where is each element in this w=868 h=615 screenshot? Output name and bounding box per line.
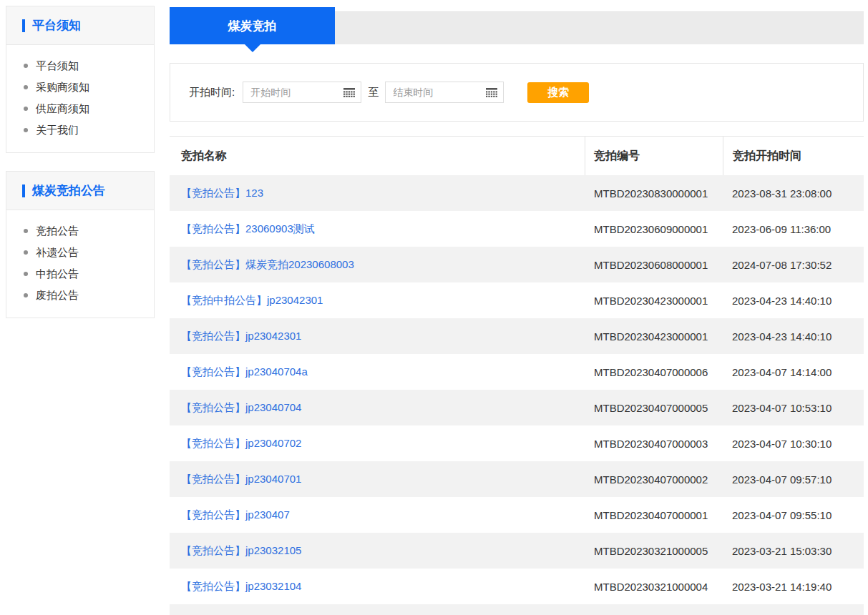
panel-title: 煤炭竞拍公告 [32,182,105,199]
auction-link[interactable]: 【竞拍公告】jp23040701 [181,473,301,485]
auction-link[interactable]: 【竞拍公告】jp23040704 [181,401,301,413]
accent-bar-icon [22,19,25,32]
tab-label: 煤炭竞拍 [228,18,277,34]
auction-code-cell: MTBD20230830000001 [585,187,723,200]
auction-time-cell: 2023-04-07 10:30:10 [723,438,864,450]
search-panel: 开拍时间: 至 [170,63,864,122]
auction-link[interactable]: 【竞拍公告】jp230407 [181,508,290,521]
auction-link[interactable]: 【竞拍公告】jp23040702 [181,437,301,449]
table-row: 【竞拍公告】jp23040702 MTBD20230407000003 2023… [170,425,864,461]
table-row: 【竞拍公告】jp23032105 MTBD20230321000005 2023… [170,533,864,569]
sidebar-item-supplier-notice[interactable]: 供应商须知 [6,98,154,119]
panel-header: 平台须知 [6,6,154,45]
auction-code-cell: MTBD20230407000005 [585,402,723,414]
auction-link[interactable]: 【竞拍公告】123 [181,187,263,199]
auction-name-cell: 【竞拍公告】jp23040701 [170,473,585,486]
sidebar-item-auction-announcement[interactable]: 竞拍公告 [6,220,154,242]
start-time-label: 开拍时间: [189,86,235,99]
panel-title: 平台须知 [32,17,81,34]
sidebar-item-platform-notice[interactable]: 平台须知 [6,55,154,77]
auction-time-cell: 2023-04-07 09:55:10 [723,509,864,521]
sidebar-item-label: 平台须知 [36,59,79,73]
auction-name-cell: 【竞拍公告】jp23040702 [170,437,585,451]
table-row: 【竞拍公告】jp230407 MTBD20230407000001 2023-0… [170,497,864,533]
table-row: 【竞拍公告】煤炭竞拍20230608003 MTBD20230608000001… [170,247,864,282]
auction-name-cell: 【竞拍公告】123 [170,187,585,200]
start-date-wrap [243,82,361,103]
auction-time-cell: 2023-04-07 10:53:10 [723,402,864,414]
auction-code-cell: MTBD20230407000003 [585,438,723,450]
table-row: 【竞拍公告】jp23040704a MTBD20230407000006 202… [170,354,864,390]
auction-code-cell: MTBD20230407000006 [585,366,723,378]
panel-list: 平台须知 采购商须知 供应商须知 关于我们 [6,45,154,152]
auction-time-cell: 2023-04-23 14:40:10 [723,330,864,343]
calendar-icon[interactable] [343,88,355,97]
tab-pointer-icon [245,44,260,52]
auction-code-cell: MTBD20230609000001 [585,223,723,235]
search-button[interactable]: 搜索 [527,82,589,103]
auction-code-cell: MTBD20230407000001 [585,509,723,521]
sidebar-panel-platform-notice: 平台须知 平台须知 采购商须知 供应商须知 关于我们 [6,6,155,153]
panel-header: 煤炭竞拍公告 [6,172,154,210]
auction-name-cell: 【竞拍公告】jp23042301 [170,330,585,343]
sidebar-item-label: 关于我们 [36,124,79,137]
auction-time-cell: 2023-08-31 23:08:00 [723,187,864,200]
bullet-icon [24,293,28,297]
auction-name-cell: 【竞拍公告】jp230407 [170,508,585,522]
bullet-icon [24,85,28,89]
auction-link[interactable]: 【竞拍公告】jp23042301 [181,330,301,342]
table-row: 【竞拍公告】jp23032104 MTBD20230321000004 2023… [170,569,864,604]
table-row: 【竞拍中拍公告】jp23042301 MTBD20230423000001 20… [170,282,864,318]
column-header-time: 竞拍开拍时间 [723,137,864,175]
auction-time-cell: 2023-06-09 11:36:00 [723,223,864,235]
sidebar-item-label: 竞拍公告 [36,225,79,238]
auction-time-cell: 2023-04-07 09:57:10 [723,473,864,486]
sidebar-item-buyer-notice[interactable]: 采购商须知 [6,77,154,98]
auction-time-cell: 2024-07-08 17:30:52 [723,259,864,271]
calendar-icon[interactable] [486,88,497,97]
auction-link[interactable]: 【竞拍公告】jp23032105 [181,544,301,556]
sidebar-item-addendum-announcement[interactable]: 补遗公告 [6,242,154,263]
auction-name-cell: 【竞拍公告】jp23040704 [170,401,585,415]
to-label: 至 [368,86,379,99]
bullet-icon [24,229,28,233]
sidebar-panel-coal-auction-announcements: 煤炭竞拍公告 竞拍公告 补遗公告 中拍公告 废拍公告 [6,171,155,318]
auction-link[interactable]: 【竞拍公告】23060903测试 [181,222,315,235]
sidebar-item-label: 补遗公告 [36,246,79,260]
tab-bar: 煤炭竞拍 [170,7,864,44]
accent-bar-icon [22,184,25,197]
auction-link[interactable]: 【竞拍中拍公告】jp23042301 [181,294,323,306]
tab-coal-auction[interactable]: 煤炭竞拍 [170,7,335,44]
auction-name-cell: 【竞拍公告】jp23040704a [170,365,585,379]
auction-link[interactable]: 【竞拍公告】jp23032104 [181,580,301,592]
sidebar-item-label: 废拍公告 [36,289,79,302]
sidebar: 平台须知 平台须知 采购商须知 供应商须知 关于我们 煤炭竞拍公告 [6,6,155,336]
auction-time-cell: 2023-03-21 15:03:30 [723,545,864,557]
bullet-icon [24,250,28,255]
column-header-code: 竞拍编号 [585,137,723,175]
auction-name-cell: 【竞拍公告】jp23032104 [170,580,585,594]
auction-link[interactable]: 【竞拍公告】jp23040704a [181,365,308,378]
auction-link[interactable]: 【竞拍公告】煤炭竞拍20230608003 [181,258,354,270]
end-date-wrap [385,82,504,103]
panel-list: 竞拍公告 补遗公告 中拍公告 废拍公告 [6,210,154,318]
auction-code-cell: MTBD20230423000001 [585,330,723,343]
auction-name-cell: 【竞拍公告】jp23032105 [170,544,585,558]
auction-time-cell: 2023-04-23 14:40:10 [723,295,864,307]
auction-name-cell: 【竞拍公告】23060903测试 [170,222,585,236]
auction-code-cell: MTBD20230608000001 [585,259,723,271]
bullet-icon [24,64,28,68]
table-row-partial [170,604,864,615]
auction-code-cell: MTBD20230423000001 [585,295,723,307]
sidebar-item-label: 采购商须知 [36,81,89,94]
auction-name-cell: 【竞拍中拍公告】jp23042301 [170,294,585,308]
sidebar-item-winning-announcement[interactable]: 中拍公告 [6,263,154,285]
column-header-name: 竞拍名称 [170,137,585,175]
bullet-icon [24,272,28,276]
sidebar-item-cancelled-announcement[interactable]: 废拍公告 [6,285,154,306]
table-row: 【竞拍公告】23060903测试 MTBD20230609000001 2023… [170,211,864,247]
sidebar-item-about-us[interactable]: 关于我们 [6,119,154,141]
auction-time-cell: 2023-03-21 14:19:40 [723,581,864,593]
sidebar-item-label: 中拍公告 [36,267,79,281]
auction-code-cell: MTBD20230321000004 [585,581,723,593]
